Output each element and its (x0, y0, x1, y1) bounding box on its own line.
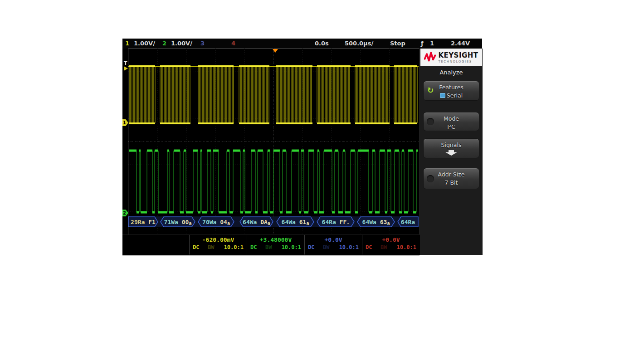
channel-2-scale: 1.00V/ (171, 40, 192, 47)
channel-2-coupling: DC (250, 244, 257, 250)
knob-dot-icon (427, 118, 434, 125)
decode-frame-text: 64Wa DAa (243, 219, 270, 226)
channel-4-number: 4 (231, 40, 235, 47)
decode-frame-text: 29Ra F1 (131, 219, 156, 225)
channel-3-status: +0.0V DC BW 10.0:1 (304, 235, 362, 254)
channel-2-offset: +3.48000V (247, 236, 304, 243)
waveform-plot: 29Ra F171Wa 00a70Wa 04a64Wa DAa64Wa 61a6… (128, 49, 419, 235)
channel-3-coupling: DC (308, 244, 314, 250)
channel-4-probe-ratio: 10.0:1 (397, 244, 416, 250)
softkey-label: Signals (424, 142, 479, 148)
channel-4-status: +0.0V DC BW 10.0:1 (362, 235, 420, 254)
channel-3-offset: +0.0V (305, 236, 362, 243)
channel-1-status: -620.00mV DC BW 10.0:1 (189, 235, 247, 254)
channel-3-number: 3 (200, 40, 205, 47)
decode-frame-text: 70Wa 04a (202, 219, 230, 226)
trigger-level-readout: 2.44V (451, 40, 470, 47)
serial-icon (440, 93, 445, 98)
softkey-addr-size[interactable]: Addr Size 7 Bit (423, 168, 479, 189)
cycle-icon: ↻ (426, 86, 434, 96)
softkey-panel: KEYSIGHT TECHNOLOGIES Analyze ↻ Features… (420, 49, 483, 255)
softkey-features[interactable]: ↻ Features Serial (423, 81, 479, 101)
top-status-bar: 1 1.00V/ 2 1.00V/ 3 4 0.0s 500.0μs/ Stop… (122, 39, 482, 49)
channel-1-scale: 1.00V/ (134, 40, 155, 47)
trigger-edge-icon: ƒ (421, 40, 424, 47)
channel-1-offset: -620.00mV (190, 236, 247, 243)
channel-4-offset: +0.0V (362, 236, 420, 243)
softkey-signals[interactable]: Signals (423, 138, 479, 158)
trigger-source-readout: 1 (430, 40, 434, 47)
trigger-arrow-icon (124, 66, 128, 71)
channel-2-probe-ratio: 10.0:1 (282, 244, 301, 250)
delay-readout: 0.0s (315, 40, 329, 47)
run-state-indicator: Stop (390, 40, 405, 47)
channel-2-status: +3.48000V DC BW 10.0:1 (247, 235, 304, 254)
decode-frame-text: 64Wa 63a (362, 219, 390, 226)
channel-3-probe-ratio: 10.0:1 (339, 244, 359, 250)
trigger-level-marker[interactable]: T (124, 60, 127, 66)
channel-2-number: 2 (162, 40, 166, 47)
keysight-logo: KEYSIGHT TECHNOLOGIES (420, 49, 482, 66)
softkey-mode[interactable]: Mode I²C (423, 112, 479, 131)
knob-dot-icon (427, 175, 434, 182)
channel-1-coupling: DC (193, 244, 199, 250)
decode-frame-text: 71Wa 00a (164, 219, 192, 226)
menu-title: Analyze (420, 69, 483, 76)
brand-name: KEYSIGHT (438, 51, 478, 59)
channel-1-bw-limit: BW (208, 244, 214, 250)
decode-frame-text: 64Wa 61a (282, 219, 309, 226)
keysight-waveform-icon (424, 51, 436, 63)
decode-frame-text: 64Ra (401, 219, 415, 225)
channel-status-bar: -620.00mV DC BW 10.0:1 +3.48000V DC BW 1… (122, 235, 420, 255)
timebase-readout: 500.0μs/ (345, 40, 373, 47)
decode-frame-text: 64Ra FF- (322, 219, 350, 226)
channel-4-coupling: DC (366, 244, 372, 250)
brand-subtitle: TECHNOLOGIES (438, 60, 478, 64)
channel-2-bw-limit: BW (265, 244, 272, 250)
channel-1-probe-ratio: 10.0:1 (224, 244, 244, 250)
oscilloscope-screen: 1 1.00V/ 2 1.00V/ 3 4 0.0s 500.0μs/ Stop… (122, 39, 482, 255)
channel-4-bw-limit: BW (381, 244, 387, 250)
channel-3-bw-limit: BW (323, 244, 329, 250)
down-arrow-icon (445, 150, 457, 156)
channel-1-number: 1 (125, 40, 129, 47)
